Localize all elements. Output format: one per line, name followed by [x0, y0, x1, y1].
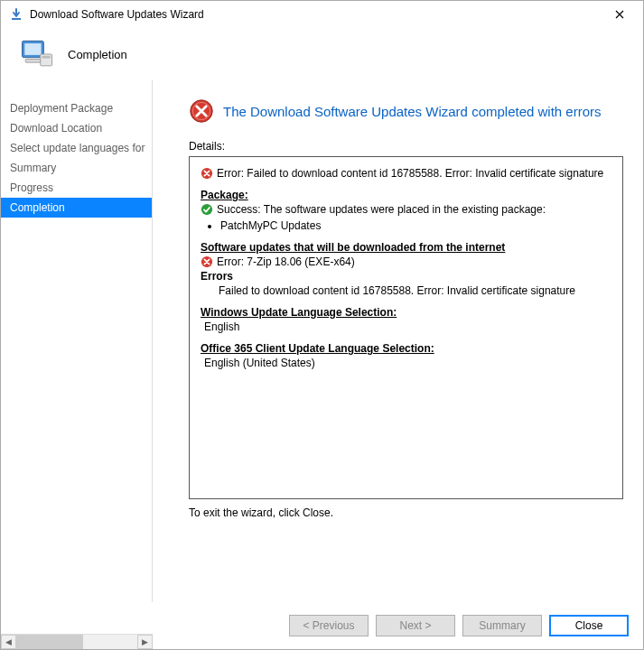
wizard-button-bar: < Previous Next > Summary Close: [289, 615, 629, 636]
svg-rect-0: [12, 18, 21, 20]
sidebar-item-label: Progress: [10, 181, 53, 194]
win-lang-value: English: [204, 320, 611, 334]
details-box[interactable]: Error: Failed to download content id 167…: [189, 156, 623, 499]
svg-rect-2: [24, 43, 41, 55]
close-button[interactable]: Close: [549, 615, 629, 636]
completion-message: The Download Software Updates Wizard com…: [223, 104, 602, 119]
wizard-step-sidebar: Deployment Package Download Location Sel…: [1, 80, 153, 602]
page-title: Completion: [68, 48, 127, 61]
previous-button: < Previous: [289, 615, 369, 636]
sidebar-item-deployment-package[interactable]: Deployment Package: [1, 98, 152, 118]
downloads-heading: Software updates that will be downloaded…: [201, 240, 611, 255]
top-error-text: Error: Failed to download content id 167…: [217, 166, 603, 181]
sidebar-item-select-languages[interactable]: Select update languages for: [1, 138, 152, 158]
package-heading: Package:: [201, 188, 611, 202]
sidebar-item-progress[interactable]: Progress: [1, 178, 152, 198]
scroll-track[interactable]: [16, 635, 137, 649]
next-button: Next >: [376, 615, 455, 636]
close-icon: [615, 10, 624, 19]
app-download-icon: [8, 6, 24, 23]
win-lang-heading: Windows Update Language Selection:: [201, 305, 611, 320]
exit-hint: To exit the wizard, click Close.: [189, 506, 623, 519]
o365-lang-heading: Office 365 Client Update Language Select…: [201, 341, 611, 356]
sidebar-horizontal-scrollbar[interactable]: ◀ ▶: [1, 634, 153, 649]
sidebar-item-summary[interactable]: Summary: [1, 158, 152, 178]
title-bar: Download Software Updates Wizard: [1, 1, 643, 28]
error-icon: [189, 98, 214, 124]
scroll-left-arrow-icon[interactable]: ◀: [1, 635, 16, 649]
errors-label: Errors: [201, 269, 611, 283]
package-name: PatchMyPC Updates: [220, 218, 611, 233]
error-icon: [201, 167, 213, 180]
scroll-right-arrow-icon[interactable]: ▶: [137, 635, 153, 649]
svg-point-9: [201, 204, 212, 215]
sidebar-item-label: Completion: [10, 201, 65, 214]
scroll-thumb[interactable]: [16, 635, 83, 649]
sidebar-item-label: Select update languages for: [10, 142, 145, 154]
o365-lang-value: English (United States): [204, 356, 611, 370]
window-title: Download Software Updates Wizard: [30, 8, 204, 21]
svg-rect-4: [42, 56, 51, 59]
error-icon: [201, 255, 213, 268]
computer-icon: [17, 34, 57, 74]
sidebar-item-download-location[interactable]: Download Location: [1, 118, 152, 138]
main-content: The Download Software Updates Wizard com…: [153, 80, 643, 602]
page-header: Completion: [1, 28, 643, 80]
package-success-text: Success: The software updates were place…: [217, 202, 546, 217]
download-error-detail: Failed to download content id 16785588. …: [219, 283, 611, 298]
window-close-button[interactable]: [602, 2, 638, 27]
sidebar-item-label: Deployment Package: [10, 102, 113, 115]
sidebar-item-label: Download Location: [10, 122, 102, 135]
success-icon: [201, 203, 213, 216]
details-label: Details:: [189, 140, 623, 153]
download-error-item: Error: 7-Zip 18.06 (EXE-x64): [217, 255, 355, 269]
sidebar-item-label: Summary: [10, 162, 56, 174]
summary-button: Summary: [462, 615, 542, 636]
svg-rect-5: [25, 60, 40, 63]
sidebar-item-completion[interactable]: Completion: [1, 198, 152, 218]
